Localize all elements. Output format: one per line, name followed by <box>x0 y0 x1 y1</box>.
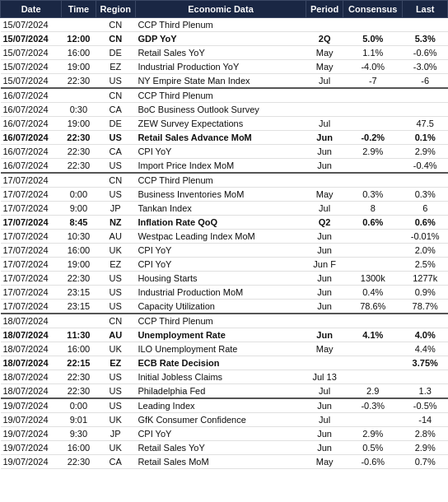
cell-last: 78.7% <box>403 300 448 314</box>
table-row: 17/07/2024 CN CCP Third Plenum <box>1 173 448 188</box>
cell-data: Retail Sales MoM <box>135 455 306 469</box>
cell-last: -0.01% <box>403 230 448 244</box>
cell-time <box>62 314 96 328</box>
cell-time: 9:00 <box>62 202 96 216</box>
cell-date: 17/07/2024 <box>1 258 62 272</box>
cell-period: Jun <box>306 159 343 174</box>
cell-period: Jun <box>306 328 343 342</box>
cell-date: 16/07/2024 <box>1 131 62 145</box>
table-row: 16/07/2024 22:30 CA CPI YoY Jun 2.9% 2.9… <box>1 145 448 159</box>
cell-last: -14 <box>403 413 448 427</box>
cell-data: CPI YoY <box>135 244 306 258</box>
cell-region: DE <box>96 46 135 60</box>
cell-data: BoC Business Outlook Survey <box>135 103 306 117</box>
cell-consensus <box>343 244 403 258</box>
cell-consensus: 0.4% <box>343 286 403 300</box>
cell-time: 19:00 <box>62 258 96 272</box>
cell-consensus: 2.9 <box>343 384 403 399</box>
cell-data: CCP Third Plenum <box>135 314 306 328</box>
cell-consensus <box>343 88 403 103</box>
cell-data: Retail Sales YoY <box>135 441 306 455</box>
table-row: 18/07/2024 22:30 US Initial Jobless Clai… <box>1 370 448 384</box>
cell-consensus <box>343 103 403 117</box>
cell-region: US <box>96 272 135 286</box>
header-date: Date <box>1 1 62 18</box>
cell-period: May <box>306 60 343 74</box>
cell-period: Jun <box>306 286 343 300</box>
cell-date: 17/07/2024 <box>1 188 62 202</box>
cell-region: UK <box>96 342 135 356</box>
cell-period: Jul 13 <box>306 370 343 384</box>
cell-last: 1.3 <box>403 384 448 399</box>
cell-data: Westpac Leading Index MoM <box>135 230 306 244</box>
cell-last: 3.75% <box>403 356 448 370</box>
cell-date: 17/07/2024 <box>1 244 62 258</box>
cell-consensus <box>343 356 403 370</box>
cell-region: DE <box>96 117 135 131</box>
cell-last: 6 <box>403 202 448 216</box>
cell-date: 17/07/2024 <box>1 216 62 230</box>
header-period: Period <box>306 1 343 18</box>
cell-time: 22:30 <box>62 74 96 89</box>
cell-consensus: 4.1% <box>343 328 403 342</box>
cell-time: 22:30 <box>62 272 96 286</box>
cell-date: 15/07/2024 <box>1 18 62 32</box>
cell-date: 16/07/2024 <box>1 103 62 117</box>
cell-date: 16/07/2024 <box>1 88 62 103</box>
table-row: 15/07/2024 CN CCP Third Plenum <box>1 18 448 32</box>
cell-period: May <box>306 342 343 356</box>
cell-period <box>306 18 343 32</box>
cell-data: CPI YoY <box>135 427 306 441</box>
cell-data: CCP Third Plenum <box>135 88 306 103</box>
cell-last <box>403 173 448 188</box>
economic-calendar-table: Date Time Region Economic Data Period Co… <box>0 0 448 469</box>
cell-date: 17/07/2024 <box>1 173 62 188</box>
cell-region: JP <box>96 202 135 216</box>
cell-consensus <box>343 258 403 272</box>
cell-data: CCP Third Plenum <box>135 173 306 188</box>
cell-time: 22:30 <box>62 131 96 145</box>
cell-consensus <box>343 342 403 356</box>
cell-region: AU <box>96 230 135 244</box>
table-row: 19/07/2024 0:00 US Leading Index Jun -0.… <box>1 398 448 413</box>
cell-date: 19/07/2024 <box>1 413 62 427</box>
cell-date: 15/07/2024 <box>1 32 62 46</box>
cell-data: Leading Index <box>135 398 306 413</box>
cell-consensus: 1.1% <box>343 46 403 60</box>
cell-data: CPI YoY <box>135 145 306 159</box>
cell-period: Jul <box>306 202 343 216</box>
cell-time: 8:45 <box>62 216 96 230</box>
cell-last <box>403 18 448 32</box>
table-row: 19/07/2024 16:00 UK Retail Sales YoY Jun… <box>1 441 448 455</box>
table-row: 19/07/2024 22:30 CA Retail Sales MoM May… <box>1 455 448 469</box>
header-region: Region <box>96 1 135 18</box>
cell-data: Capacity Utilization <box>135 300 306 314</box>
cell-last: 2.8% <box>403 427 448 441</box>
cell-data: ZEW Survey Expectations <box>135 117 306 131</box>
cell-time: 22:30 <box>62 159 96 174</box>
table-row: 16/07/2024 22:30 US Import Price Index M… <box>1 159 448 174</box>
table-row: 17/07/2024 10:30 AU Westpac Leading Inde… <box>1 230 448 244</box>
cell-data: Business Inventories MoM <box>135 188 306 202</box>
cell-data: Tankan Index <box>135 202 306 216</box>
cell-period: Jul <box>306 74 343 89</box>
cell-time <box>62 173 96 188</box>
cell-time: 22:30 <box>62 370 96 384</box>
cell-time: 10:30 <box>62 230 96 244</box>
cell-date: 17/07/2024 <box>1 286 62 300</box>
table-row: 18/07/2024 16:00 UK ILO Unemployment Rat… <box>1 342 448 356</box>
cell-region: CN <box>96 88 135 103</box>
cell-last: 47.5 <box>403 117 448 131</box>
table-row: 16/07/2024 CN CCP Third Plenum <box>1 88 448 103</box>
cell-consensus: 0.6% <box>343 216 403 230</box>
table-row: 18/07/2024 22:30 US Philadelphia Fed Jul… <box>1 384 448 399</box>
cell-data: Philadelphia Fed <box>135 384 306 399</box>
table-row: 17/07/2024 9:00 JP Tankan Index Jul 8 6 <box>1 202 448 216</box>
cell-region: UK <box>96 441 135 455</box>
cell-last: 2.0% <box>403 244 448 258</box>
cell-region: US <box>96 398 135 413</box>
cell-period: May <box>306 188 343 202</box>
cell-last: 2.5% <box>403 258 448 272</box>
cell-time: 12:00 <box>62 32 96 46</box>
cell-period <box>306 356 343 370</box>
